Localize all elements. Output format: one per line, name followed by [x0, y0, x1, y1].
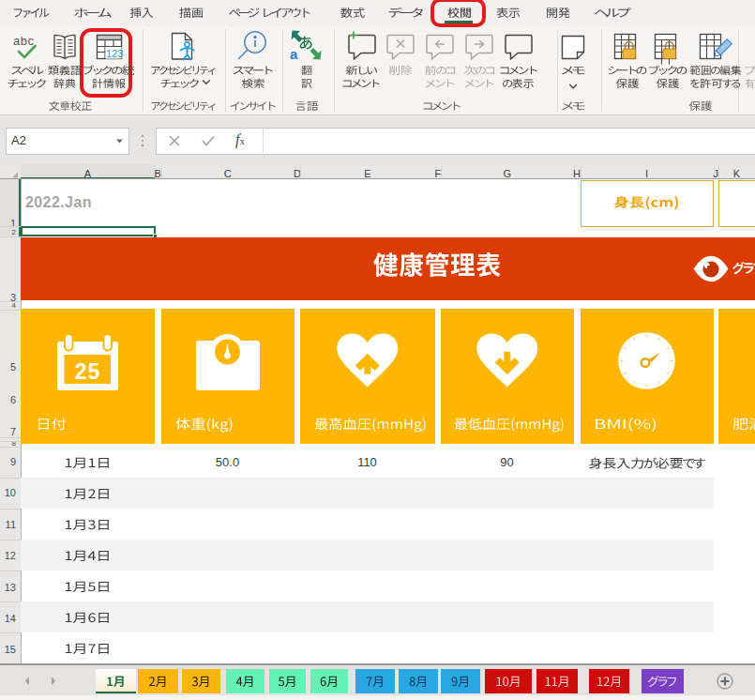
- svg-text:25: 25: [75, 359, 101, 384]
- svg-text:123: 123: [106, 48, 123, 59]
- svg-text:a: a: [290, 46, 298, 62]
